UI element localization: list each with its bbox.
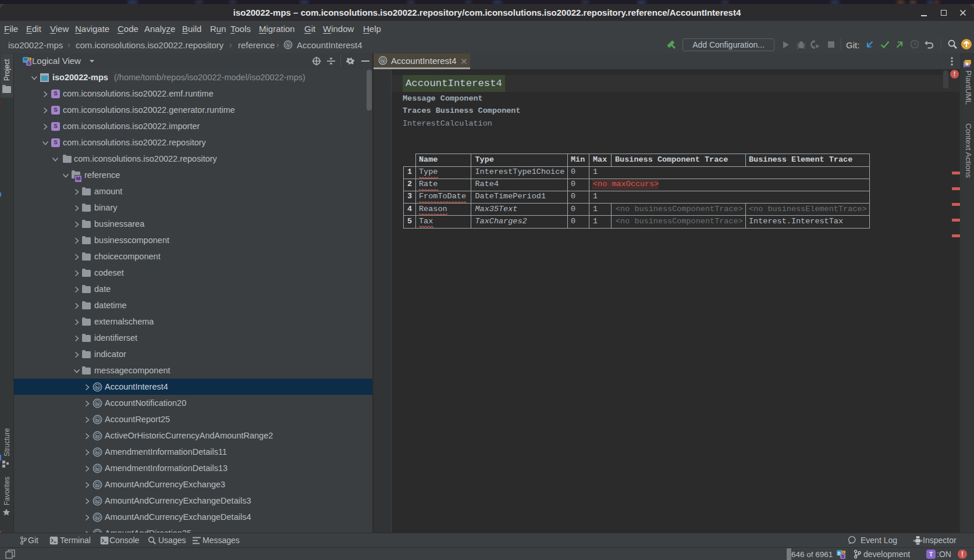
svg-text:S: S — [27, 60, 30, 66]
svg-text:S: S — [841, 554, 844, 559]
svg-text:N: N — [96, 499, 99, 504]
svg-text:N: N — [381, 58, 384, 63]
svg-text:N: N — [96, 385, 99, 390]
svg-text:N: N — [96, 466, 99, 472]
svg-text:N: N — [96, 515, 99, 520]
svg-text:N: N — [96, 434, 99, 439]
svg-text:N: N — [96, 483, 99, 488]
svg-text:D: D — [838, 551, 841, 555]
svg-text:N: N — [96, 450, 99, 455]
svg-text:N: N — [286, 43, 289, 47]
svg-text:N: N — [96, 401, 99, 406]
svg-text:N: N — [96, 418, 99, 423]
